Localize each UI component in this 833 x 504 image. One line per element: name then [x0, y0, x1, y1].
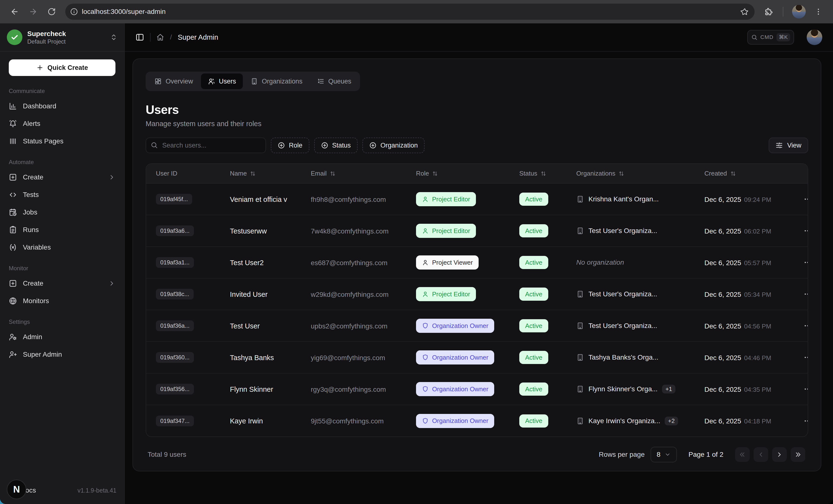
nextjs-dev-badge[interactable]: N [7, 480, 26, 499]
browser-reload-icon[interactable] [44, 4, 60, 20]
column-header-created[interactable]: Created [705, 170, 789, 177]
sidebar-item-settings-admin[interactable]: Admin [4, 328, 120, 346]
user-cog-icon [9, 333, 17, 341]
sidebar-item-monitor-monitors[interactable]: Monitors [4, 292, 120, 310]
sidebar-toggle-icon[interactable] [136, 33, 144, 42]
filter-button-status[interactable]: Status [314, 138, 358, 153]
chevrons-up-down-icon [110, 33, 117, 41]
column-header-email[interactable]: Email [311, 170, 404, 177]
browser-forward-icon[interactable] [25, 4, 41, 20]
sidebar-item-communicate-alerts[interactable]: Alerts [4, 115, 120, 133]
row-actions-button[interactable] [801, 287, 808, 301]
user-avatar[interactable] [807, 29, 822, 45]
filter-button-organization[interactable]: Organization [362, 138, 425, 153]
bell-icon [9, 120, 17, 128]
column-header-name[interactable]: Name [230, 170, 299, 177]
clipboard-icon [9, 226, 17, 234]
sidebar-item-communicate-status-pages[interactable]: Status Pages [4, 133, 120, 150]
next-page-button[interactable] [772, 447, 787, 462]
sidebar-item-settings-super-admin[interactable]: Super Admin [4, 346, 120, 363]
user-name: Testuserww [230, 227, 267, 235]
user-id-badge: 019af45f... [156, 194, 192, 205]
table-row: 019af36a...Test Userupbs2@comfythings.co… [146, 310, 808, 342]
last-page-button[interactable] [791, 447, 805, 462]
sidebar-item-automate-tests[interactable]: Tests [4, 186, 120, 203]
org-more-badge: +2 [665, 416, 678, 425]
rows-per-page-select[interactable]: 8 [650, 447, 677, 462]
created-date: Dec 6, 202505:34 PM [705, 291, 771, 298]
search-input[interactable] [146, 138, 266, 153]
home-icon[interactable] [157, 33, 164, 41]
sidebar-item-monitor-create[interactable]: Create [4, 274, 120, 292]
site-info-icon[interactable] [70, 8, 78, 16]
pagination-controls [735, 447, 805, 462]
quick-create-button[interactable]: Quick Create [9, 59, 116, 76]
total-users-label: Total 9 users [148, 451, 186, 458]
sidebar-item-label: Admin [23, 333, 42, 341]
chevron-right-icon [108, 174, 116, 181]
org-name: Krishna Kant's Organ... [589, 195, 659, 203]
command-search-button[interactable]: CMD ⌘K [747, 30, 794, 45]
shield-icon [422, 386, 429, 392]
browser-profile-avatar[interactable] [792, 5, 806, 19]
table-header-row: User IDNameEmailRoleStatusOrganizationsC… [146, 164, 808, 183]
sidebar-item-automate-jobs[interactable]: Jobs [4, 203, 120, 221]
sidebar-item-automate-create[interactable]: Create [4, 168, 120, 186]
tab-overview[interactable]: Overview [148, 74, 200, 89]
users-icon [208, 78, 215, 85]
table-row: 019af347...Kaye Irwin9jt55@comfythings.c… [146, 405, 808, 436]
table-footer: Total 9 users Rows per page 8 Page 1 of … [146, 437, 808, 462]
sidebar-item-automate-variables[interactable]: Variables [4, 239, 120, 256]
view-button[interactable]: View [769, 138, 808, 153]
extensions-icon[interactable] [760, 4, 776, 20]
status-badge: Active [519, 319, 548, 332]
sidebar-section-label: Communicate [4, 88, 120, 94]
breadcrumb: Super Admin [178, 33, 218, 41]
workspace-switcher[interactable]: Supercheck Default Project [0, 23, 124, 52]
row-actions-button[interactable] [801, 256, 808, 269]
table-row: 019af3a6...Testuserww7w4k8@comfythings.c… [146, 215, 808, 247]
sidebar-item-label: Tests [23, 191, 39, 199]
filter-button-role[interactable]: Role [271, 138, 309, 153]
building-icon [576, 417, 584, 425]
ellipsis-icon [804, 353, 808, 362]
square-plus-icon [9, 173, 17, 182]
row-actions-button[interactable] [801, 351, 808, 364]
tab-organizations[interactable]: Organizations [244, 74, 309, 89]
sidebar-item-communicate-dashboard[interactable]: Dashboard [4, 97, 120, 115]
row-actions-button[interactable] [801, 192, 808, 206]
sidebar-item-automate-runs[interactable]: Runs [4, 221, 120, 239]
chevron-left-icon [757, 451, 765, 458]
code-icon [9, 191, 17, 199]
sort-icon [249, 170, 256, 177]
sort-icon [330, 170, 336, 177]
table-row: 019af45f...Veniam et officia vfh9h8@comf… [146, 183, 808, 215]
row-actions-button[interactable] [801, 224, 808, 238]
table-row: 019af38c...Invited Userw29kd@comfythings… [146, 278, 808, 310]
row-actions-button[interactable] [801, 319, 808, 333]
chevrons-right-icon [794, 451, 802, 458]
sidebar-item-label: Alerts [23, 120, 41, 127]
row-actions-button[interactable] [801, 414, 808, 428]
workspace-name: Supercheck [27, 29, 66, 38]
ellipsis-icon [804, 322, 808, 330]
workspace-project: Default Project [27, 38, 66, 45]
column-header-organizations[interactable]: Organizations [576, 170, 693, 177]
row-actions-button[interactable] [801, 382, 808, 396]
tab-users[interactable]: Users [201, 74, 243, 89]
browser-back-icon[interactable] [7, 4, 22, 20]
url-text: localhost:3000/super-admin [82, 8, 737, 16]
user-email: yig69@comfythings.com [311, 354, 385, 362]
org-more-badge: +1 [662, 385, 675, 393]
role-badge: Project Editor [416, 224, 476, 238]
workspace-logo-check-icon [7, 29, 22, 45]
org-name: Test User's Organiza... [589, 322, 657, 330]
user-name: Test User2 [230, 259, 264, 267]
bookmark-star-icon[interactable] [740, 7, 749, 16]
tab-queues[interactable]: Queues [310, 74, 358, 89]
building-icon [576, 385, 584, 393]
address-bar[interactable]: localhost:3000/super-admin [65, 4, 755, 20]
column-header-role[interactable]: Role [416, 170, 507, 177]
browser-menu-icon[interactable] [811, 4, 826, 20]
column-header-status[interactable]: Status [519, 170, 565, 177]
